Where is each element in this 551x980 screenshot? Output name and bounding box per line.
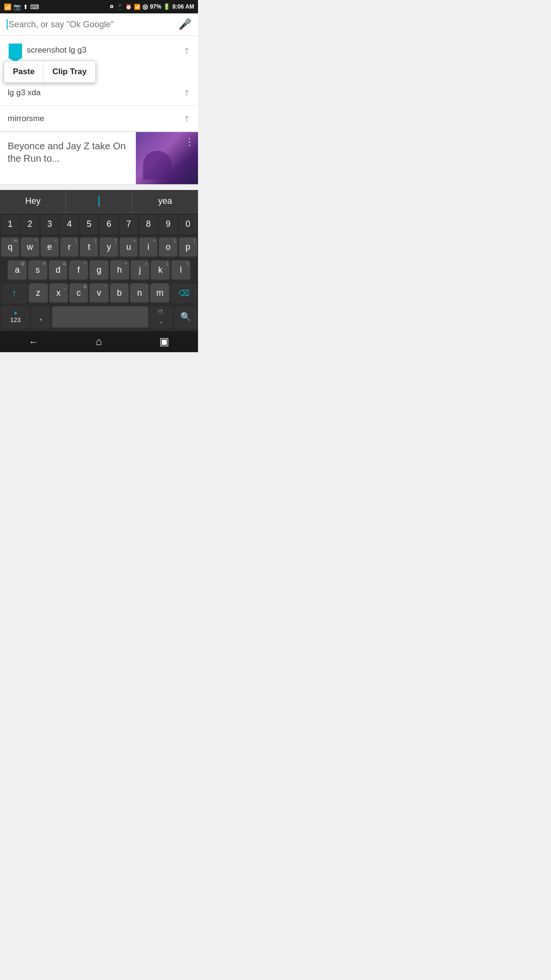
suggestion-row-2[interactable]: lg g3 xda ↗: [0, 80, 198, 106]
key-o[interactable]: {o: [159, 237, 177, 257]
key-d[interactable]: &d: [49, 260, 68, 280]
key-m[interactable]: ;m: [150, 283, 169, 303]
period-key[interactable]: !?. .: [150, 306, 173, 328]
search-input[interactable]: [9, 20, 178, 30]
key-r[interactable]: |r: [60, 237, 78, 257]
signal-strength-icon: ⨂: [143, 4, 148, 10]
key-x[interactable]: _x: [49, 283, 68, 303]
key-f[interactable]: *f: [69, 260, 88, 280]
suggestions-dropdown: screenshot lg g3 ↗ Paste Clip Tray lg g3…: [0, 36, 198, 132]
backspace-key[interactable]: ⌫: [171, 283, 197, 303]
time-display: 8:06 AM: [172, 3, 194, 10]
key-0[interactable]: 0: [179, 214, 197, 234]
wifi-strength-icon: 📶: [134, 4, 141, 10]
key-g[interactable]: -g: [89, 260, 109, 280]
key-t[interactable]: [t: [80, 237, 98, 257]
key-p[interactable]: }p: [179, 237, 197, 257]
search-keyboard-key[interactable]: 🔍: [174, 306, 197, 328]
key-k[interactable]: (k: [151, 260, 170, 280]
zxcv-row: ↑ z _x $c "v 'b :n ;m ⌫: [0, 282, 198, 305]
suggestion-yea[interactable]: yea: [132, 190, 198, 212]
shift-icon: ↑: [12, 288, 17, 299]
suggestion-text-3: mirrorsme: [8, 114, 183, 123]
status-right-info: ⭘ 📱 ⏰ 📶 ⨂ 97% 🔋 8:06 AM: [109, 3, 194, 10]
key-v[interactable]: "v: [89, 283, 108, 303]
search-keyboard-icon: 🔍: [180, 312, 191, 322]
key-3[interactable]: 3: [41, 214, 59, 234]
microphone-icon[interactable]: 🎤: [178, 18, 191, 31]
image-icon: 📷: [13, 3, 21, 11]
key-8[interactable]: 8: [139, 214, 157, 234]
key-6[interactable]: 6: [99, 214, 118, 234]
battery-icon: 🔋: [163, 3, 170, 10]
shift-key[interactable]: ↑: [1, 283, 27, 303]
key-l[interactable]: )l: [171, 260, 190, 280]
key-1[interactable]: 1: [1, 214, 19, 234]
key-a[interactable]: @a: [8, 260, 27, 280]
search-bar[interactable]: 🎤: [0, 13, 198, 36]
key-q[interactable]: %q: [1, 237, 19, 257]
suggestion-text-2: lg g3 xda: [8, 88, 183, 98]
news-image: ⋮: [136, 132, 198, 184]
key-c[interactable]: $c: [69, 283, 88, 303]
key-u[interactable]: <u: [120, 237, 138, 257]
paste-button[interactable]: Paste: [4, 61, 44, 82]
key-7[interactable]: 7: [120, 214, 138, 234]
space-key[interactable]: [52, 306, 148, 328]
lg-logo-icon: ➤: [13, 310, 18, 316]
keyboard-icon: ⌨: [30, 3, 39, 11]
wifi-icon: 📶: [4, 3, 11, 11]
key-4[interactable]: 4: [60, 214, 78, 234]
bottom-row: ➤ 123 , !?. . 🔍: [0, 305, 198, 331]
key-2[interactable]: 2: [21, 214, 39, 234]
more-options-icon[interactable]: ⋮: [181, 132, 198, 151]
news-card[interactable]: Beyonce and Jay Z take On the Run to... …: [0, 132, 198, 185]
bluetooth-icon: ⭘: [109, 3, 115, 10]
comma-key[interactable]: ,: [31, 306, 50, 328]
asdf-row: @a #s &d *f -g +h =j (k )l: [0, 259, 198, 282]
suggestion-hey[interactable]: Hey: [0, 190, 66, 212]
keyboard: Hey yea 1 2 3 4 5 6 7 8 9 0 %q ^w ~e |r …: [0, 190, 198, 331]
clip-tray-button[interactable]: Clip Tray: [44, 61, 95, 82]
text-cursor: [7, 19, 8, 30]
news-headline: Beyonce and Jay Z take On the Run to...: [0, 132, 136, 184]
key-h[interactable]: +h: [110, 260, 129, 280]
back-button[interactable]: ←: [29, 336, 38, 347]
upload-icon: ⬆: [23, 3, 28, 11]
number-row: 1 2 3 4 5 6 7 8 9 0: [0, 213, 198, 236]
phone-icon: 📱: [117, 4, 123, 10]
punctuation-label: !?.: [158, 309, 164, 315]
numbers-switch-key[interactable]: ➤ 123: [1, 306, 30, 328]
status-bar: 📶 📷 ⬆ ⌨ ⭘ 📱 ⏰ 📶 ⨂ 97% 🔋 8:06 AM: [0, 0, 198, 13]
battery-percent: 97%: [150, 3, 161, 10]
teal-cursor-marker: [9, 44, 22, 62]
keyboard-suggestions-row: Hey yea: [0, 190, 198, 213]
key-w[interactable]: ^w: [21, 237, 39, 257]
paste-clip-popup: Paste Clip Tray: [4, 61, 96, 83]
alarm-icon: ⏰: [125, 4, 132, 10]
key-e[interactable]: ~e: [41, 237, 59, 257]
key-s[interactable]: #s: [28, 260, 47, 280]
key-j[interactable]: =j: [131, 260, 150, 280]
navigation-bar: ← ⌂ ▣: [0, 331, 198, 352]
suggestion-1[interactable]: screenshot lg g3 ↗: [27, 44, 198, 61]
backspace-icon: ⌫: [178, 289, 189, 298]
arrow-icon-1: ↗: [180, 45, 193, 57]
key-9[interactable]: 9: [159, 214, 177, 234]
key-z[interactable]: z: [29, 283, 47, 303]
suggestion-row-3[interactable]: mirrorsme ↗: [0, 106, 198, 132]
key-b[interactable]: 'b: [110, 283, 129, 303]
status-left-icons: 📶 📷 ⬆ ⌨: [4, 3, 39, 11]
recents-button[interactable]: ▣: [159, 335, 169, 348]
key-y[interactable]: ]y: [99, 237, 118, 257]
key-5[interactable]: 5: [80, 214, 98, 234]
comma-label: ,: [40, 312, 42, 322]
suggestion-cursor: [99, 196, 99, 207]
qwerty-row: %q ^w ~e |r [t ]y <u >i {o }p: [0, 236, 198, 259]
suggestion-middle[interactable]: [66, 190, 132, 212]
key-i[interactable]: >i: [139, 237, 157, 257]
home-button[interactable]: ⌂: [96, 335, 102, 348]
key-n[interactable]: :n: [130, 283, 149, 303]
